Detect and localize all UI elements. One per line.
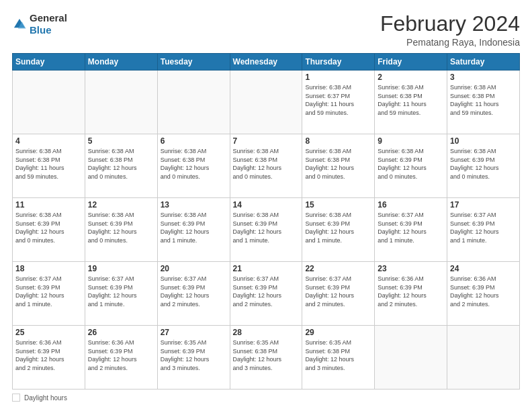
calendar-header-thursday: Thursday	[302, 54, 375, 71]
calendar-cell: 11Sunrise: 6:38 AMSunset: 6:39 PMDayligh…	[13, 198, 85, 262]
day-number: 16	[378, 200, 444, 210]
calendar-week-1: 4Sunrise: 6:38 AMSunset: 6:38 PMDaylight…	[13, 134, 520, 198]
calendar-week-4: 25Sunrise: 6:36 AMSunset: 6:39 PMDayligh…	[13, 326, 520, 390]
day-number: 12	[88, 200, 154, 210]
day-number: 11	[15, 200, 82, 210]
calendar-cell: 13Sunrise: 6:38 AMSunset: 6:39 PMDayligh…	[157, 198, 230, 262]
day-info: Sunrise: 6:38 AMSunset: 6:39 PMDaylight:…	[161, 211, 227, 244]
calendar-cell: 10Sunrise: 6:38 AMSunset: 6:39 PMDayligh…	[447, 134, 520, 198]
day-info: Sunrise: 6:37 AMSunset: 6:39 PMDaylight:…	[233, 275, 300, 308]
day-info: Sunrise: 6:38 AMSunset: 6:39 PMDaylight:…	[450, 147, 517, 181]
day-number: 20	[161, 264, 227, 273]
day-info: Sunrise: 6:37 AMSunset: 6:39 PMDaylight:…	[161, 275, 227, 308]
calendar-cell: 12Sunrise: 6:38 AMSunset: 6:39 PMDayligh…	[85, 198, 157, 262]
day-info: Sunrise: 6:37 AMSunset: 6:39 PMDaylight:…	[450, 211, 517, 244]
calendar-week-3: 18Sunrise: 6:37 AMSunset: 6:39 PMDayligh…	[13, 262, 520, 326]
day-number: 2	[378, 73, 444, 82]
calendar-cell: 5Sunrise: 6:38 AMSunset: 6:38 PMDaylight…	[85, 134, 157, 198]
calendar-cell	[447, 326, 520, 390]
calendar-cell: 1Sunrise: 6:38 AMSunset: 6:37 PMDaylight…	[302, 71, 375, 134]
logo-text: General Blue	[30, 12, 67, 36]
logo: General Blue	[12, 12, 67, 36]
calendar-cell: 18Sunrise: 6:37 AMSunset: 6:39 PMDayligh…	[13, 262, 85, 326]
day-number: 18	[15, 264, 82, 273]
calendar-header-monday: Monday	[85, 54, 157, 71]
day-info: Sunrise: 6:35 AMSunset: 6:39 PMDaylight:…	[161, 338, 227, 372]
calendar-cell: 26Sunrise: 6:36 AMSunset: 6:39 PMDayligh…	[85, 326, 157, 390]
day-number: 14	[233, 200, 300, 210]
calendar-cell: 23Sunrise: 6:36 AMSunset: 6:39 PMDayligh…	[375, 262, 447, 326]
day-info: Sunrise: 6:38 AMSunset: 6:38 PMDaylight:…	[378, 83, 444, 117]
calendar-cell: 17Sunrise: 6:37 AMSunset: 6:39 PMDayligh…	[447, 198, 520, 262]
day-number: 6	[161, 136, 227, 146]
calendar-cell: 22Sunrise: 6:37 AMSunset: 6:39 PMDayligh…	[302, 262, 375, 326]
day-info: Sunrise: 6:38 AMSunset: 6:38 PMDaylight:…	[88, 147, 154, 181]
calendar-cell: 19Sunrise: 6:37 AMSunset: 6:39 PMDayligh…	[85, 262, 157, 326]
header: General Blue February 2024 Pematang Raya…	[12, 12, 520, 48]
calendar-cell: 25Sunrise: 6:36 AMSunset: 6:39 PMDayligh…	[13, 326, 85, 390]
day-number: 10	[450, 136, 517, 146]
calendar-cell	[157, 71, 230, 134]
day-info: Sunrise: 6:38 AMSunset: 6:38 PMDaylight:…	[233, 147, 300, 181]
daylight-label: Daylight hours	[24, 394, 67, 402]
day-info: Sunrise: 6:36 AMSunset: 6:39 PMDaylight:…	[378, 275, 444, 308]
day-info: Sunrise: 6:38 AMSunset: 6:39 PMDaylight:…	[305, 211, 371, 244]
day-number: 7	[233, 136, 300, 146]
day-info: Sunrise: 6:35 AMSunset: 6:38 PMDaylight:…	[305, 338, 371, 372]
calendar-header-friday: Friday	[375, 54, 447, 71]
day-info: Sunrise: 6:37 AMSunset: 6:39 PMDaylight:…	[378, 211, 444, 244]
daylight-box	[12, 394, 20, 402]
calendar-cell	[230, 71, 302, 134]
calendar-table: SundayMondayTuesdayWednesdayThursdayFrid…	[12, 53, 520, 390]
calendar-cell	[13, 71, 85, 134]
day-number: 5	[88, 136, 154, 146]
day-number: 1	[305, 73, 371, 82]
calendar-cell: 3Sunrise: 6:38 AMSunset: 6:38 PMDaylight…	[447, 71, 520, 134]
calendar-cell: 8Sunrise: 6:38 AMSunset: 6:38 PMDaylight…	[302, 134, 375, 198]
footer: Daylight hours	[12, 394, 520, 402]
day-info: Sunrise: 6:37 AMSunset: 6:39 PMDaylight:…	[305, 275, 371, 308]
day-number: 22	[305, 264, 371, 273]
day-number: 29	[305, 328, 371, 337]
day-info: Sunrise: 6:38 AMSunset: 6:37 PMDaylight:…	[305, 83, 371, 117]
calendar-cell: 29Sunrise: 6:35 AMSunset: 6:38 PMDayligh…	[302, 326, 375, 390]
day-info: Sunrise: 6:35 AMSunset: 6:38 PMDaylight:…	[233, 338, 300, 372]
day-number: 27	[161, 328, 227, 337]
calendar-header-wednesday: Wednesday	[230, 54, 302, 71]
day-info: Sunrise: 6:38 AMSunset: 6:38 PMDaylight:…	[161, 147, 227, 181]
calendar-header-tuesday: Tuesday	[157, 54, 230, 71]
day-info: Sunrise: 6:38 AMSunset: 6:39 PMDaylight:…	[233, 211, 300, 244]
day-number: 8	[305, 136, 371, 146]
day-info: Sunrise: 6:36 AMSunset: 6:39 PMDaylight:…	[88, 338, 154, 372]
day-number: 19	[88, 264, 154, 273]
calendar-cell: 14Sunrise: 6:38 AMSunset: 6:39 PMDayligh…	[230, 198, 302, 262]
day-info: Sunrise: 6:38 AMSunset: 6:39 PMDaylight:…	[15, 211, 82, 244]
day-info: Sunrise: 6:37 AMSunset: 6:39 PMDaylight:…	[88, 275, 154, 308]
logo-icon	[12, 17, 27, 32]
calendar-cell: 4Sunrise: 6:38 AMSunset: 6:38 PMDaylight…	[13, 134, 85, 198]
calendar-cell: 2Sunrise: 6:38 AMSunset: 6:38 PMDaylight…	[375, 71, 447, 134]
day-info: Sunrise: 6:36 AMSunset: 6:39 PMDaylight:…	[450, 275, 517, 308]
calendar-cell: 9Sunrise: 6:38 AMSunset: 6:39 PMDaylight…	[375, 134, 447, 198]
day-number: 23	[378, 264, 444, 273]
day-number: 9	[378, 136, 444, 146]
calendar-cell: 16Sunrise: 6:37 AMSunset: 6:39 PMDayligh…	[375, 198, 447, 262]
calendar-cell: 20Sunrise: 6:37 AMSunset: 6:39 PMDayligh…	[157, 262, 230, 326]
location: Pematang Raya, Indonesia	[380, 37, 520, 48]
day-number: 28	[233, 328, 300, 337]
calendar-header-saturday: Saturday	[447, 54, 520, 71]
calendar-cell	[85, 71, 157, 134]
calendar-week-0: 1Sunrise: 6:38 AMSunset: 6:37 PMDaylight…	[13, 71, 520, 134]
day-number: 25	[15, 328, 82, 337]
day-number: 15	[305, 200, 371, 210]
calendar-header-row: SundayMondayTuesdayWednesdayThursdayFrid…	[13, 54, 520, 71]
page: General Blue February 2024 Pematang Raya…	[0, 0, 532, 411]
day-number: 17	[450, 200, 517, 210]
calendar-cell: 24Sunrise: 6:36 AMSunset: 6:39 PMDayligh…	[447, 262, 520, 326]
day-number: 13	[161, 200, 227, 210]
day-info: Sunrise: 6:38 AMSunset: 6:39 PMDaylight:…	[88, 211, 154, 244]
day-info: Sunrise: 6:37 AMSunset: 6:39 PMDaylight:…	[15, 275, 82, 308]
calendar-cell: 6Sunrise: 6:38 AMSunset: 6:38 PMDaylight…	[157, 134, 230, 198]
calendar-cell: 28Sunrise: 6:35 AMSunset: 6:38 PMDayligh…	[230, 326, 302, 390]
day-info: Sunrise: 6:38 AMSunset: 6:39 PMDaylight:…	[378, 147, 444, 181]
